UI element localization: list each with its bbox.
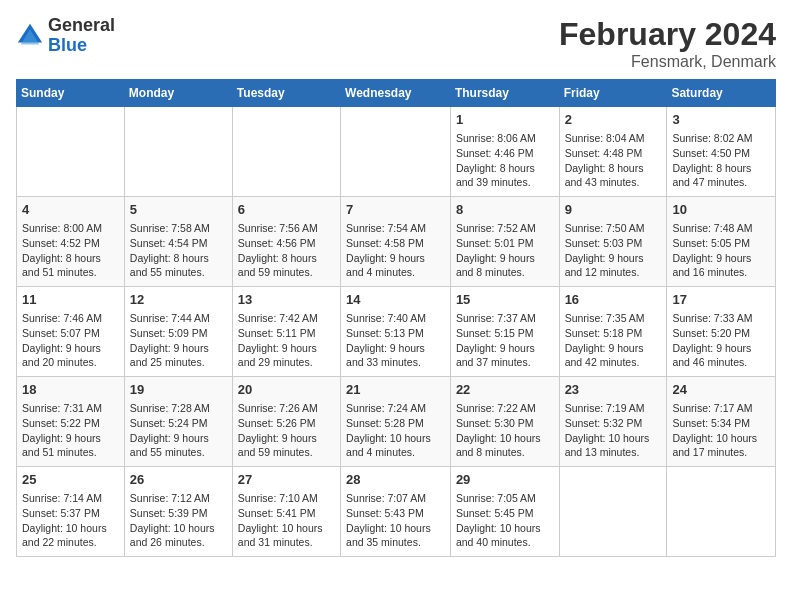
- calendar-cell: 8Sunrise: 7:52 AMSunset: 5:01 PMDaylight…: [450, 197, 559, 287]
- day-number: 26: [130, 471, 227, 489]
- day-info: Daylight: 9 hours: [130, 431, 227, 446]
- day-info: Sunset: 4:50 PM: [672, 146, 770, 161]
- day-info: Daylight: 10 hours: [456, 521, 554, 536]
- day-info: Sunset: 5:26 PM: [238, 416, 335, 431]
- calendar-week-2: 4Sunrise: 8:00 AMSunset: 4:52 PMDaylight…: [17, 197, 776, 287]
- day-number: 21: [346, 381, 445, 399]
- day-info: Daylight: 10 hours: [238, 521, 335, 536]
- day-info: Daylight: 9 hours: [346, 251, 445, 266]
- day-info: Sunset: 5:03 PM: [565, 236, 662, 251]
- day-info: Daylight: 10 hours: [346, 431, 445, 446]
- calendar-cell: 12Sunrise: 7:44 AMSunset: 5:09 PMDayligh…: [124, 287, 232, 377]
- day-info: Sunset: 5:20 PM: [672, 326, 770, 341]
- day-info: and 16 minutes.: [672, 265, 770, 280]
- day-info: Daylight: 9 hours: [22, 431, 119, 446]
- day-info: Sunset: 4:56 PM: [238, 236, 335, 251]
- day-info: and 55 minutes.: [130, 265, 227, 280]
- day-number: 5: [130, 201, 227, 219]
- day-info: Sunset: 5:05 PM: [672, 236, 770, 251]
- day-info: and 55 minutes.: [130, 445, 227, 460]
- day-info: Sunrise: 7:19 AM: [565, 401, 662, 416]
- calendar-cell: 1Sunrise: 8:06 AMSunset: 4:46 PMDaylight…: [450, 107, 559, 197]
- day-info: Daylight: 10 hours: [672, 431, 770, 446]
- day-number: 16: [565, 291, 662, 309]
- day-info: Daylight: 8 hours: [456, 161, 554, 176]
- day-info: Sunset: 5:28 PM: [346, 416, 445, 431]
- day-info: Daylight: 9 hours: [672, 341, 770, 356]
- calendar-table: SundayMondayTuesdayWednesdayThursdayFrid…: [16, 79, 776, 557]
- day-info: Sunrise: 7:37 AM: [456, 311, 554, 326]
- weekday-wednesday: Wednesday: [341, 80, 451, 107]
- day-info: Sunset: 4:48 PM: [565, 146, 662, 161]
- calendar-body: 1Sunrise: 8:06 AMSunset: 4:46 PMDaylight…: [17, 107, 776, 557]
- day-info: Sunset: 5:41 PM: [238, 506, 335, 521]
- day-number: 19: [130, 381, 227, 399]
- day-info: Sunset: 5:37 PM: [22, 506, 119, 521]
- day-info: Daylight: 9 hours: [565, 251, 662, 266]
- day-info: Sunrise: 7:28 AM: [130, 401, 227, 416]
- calendar-cell: 15Sunrise: 7:37 AMSunset: 5:15 PMDayligh…: [450, 287, 559, 377]
- day-info: Sunrise: 7:14 AM: [22, 491, 119, 506]
- calendar-cell: 19Sunrise: 7:28 AMSunset: 5:24 PMDayligh…: [124, 377, 232, 467]
- day-info: Sunset: 5:45 PM: [456, 506, 554, 521]
- day-number: 3: [672, 111, 770, 129]
- day-info: and 8 minutes.: [456, 445, 554, 460]
- day-info: Sunrise: 7:46 AM: [22, 311, 119, 326]
- day-info: and 35 minutes.: [346, 535, 445, 550]
- title-block: February 2024 Fensmark, Denmark: [559, 16, 776, 71]
- day-number: 9: [565, 201, 662, 219]
- logo-icon: [16, 22, 44, 50]
- calendar-cell: 2Sunrise: 8:04 AMSunset: 4:48 PMDaylight…: [559, 107, 667, 197]
- day-info: Daylight: 10 hours: [456, 431, 554, 446]
- day-number: 8: [456, 201, 554, 219]
- calendar-cell: 14Sunrise: 7:40 AMSunset: 5:13 PMDayligh…: [341, 287, 451, 377]
- calendar-cell: [559, 467, 667, 557]
- day-info: and 33 minutes.: [346, 355, 445, 370]
- day-info: and 13 minutes.: [565, 445, 662, 460]
- logo: General Blue: [16, 16, 115, 56]
- calendar-week-1: 1Sunrise: 8:06 AMSunset: 4:46 PMDaylight…: [17, 107, 776, 197]
- day-info: Sunset: 5:39 PM: [130, 506, 227, 521]
- page-header: General Blue February 2024 Fensmark, Den…: [16, 16, 776, 71]
- day-info: and 46 minutes.: [672, 355, 770, 370]
- day-info: Sunset: 4:46 PM: [456, 146, 554, 161]
- logo-general: General: [48, 16, 115, 36]
- calendar-cell: [232, 107, 340, 197]
- day-info: Sunset: 5:18 PM: [565, 326, 662, 341]
- day-info: Sunset: 5:43 PM: [346, 506, 445, 521]
- day-info: Sunset: 5:07 PM: [22, 326, 119, 341]
- day-info: and 25 minutes.: [130, 355, 227, 370]
- calendar-cell: 22Sunrise: 7:22 AMSunset: 5:30 PMDayligh…: [450, 377, 559, 467]
- day-info: Sunrise: 8:06 AM: [456, 131, 554, 146]
- day-info: and 51 minutes.: [22, 445, 119, 460]
- calendar-cell: 20Sunrise: 7:26 AMSunset: 5:26 PMDayligh…: [232, 377, 340, 467]
- day-info: Sunrise: 7:07 AM: [346, 491, 445, 506]
- day-number: 7: [346, 201, 445, 219]
- day-info: and 20 minutes.: [22, 355, 119, 370]
- weekday-monday: Monday: [124, 80, 232, 107]
- calendar-cell: 5Sunrise: 7:58 AMSunset: 4:54 PMDaylight…: [124, 197, 232, 287]
- day-number: 12: [130, 291, 227, 309]
- day-info: Daylight: 9 hours: [346, 341, 445, 356]
- day-number: 28: [346, 471, 445, 489]
- day-number: 10: [672, 201, 770, 219]
- day-info: Sunset: 4:52 PM: [22, 236, 119, 251]
- weekday-header-row: SundayMondayTuesdayWednesdayThursdayFrid…: [17, 80, 776, 107]
- day-info: and 8 minutes.: [456, 265, 554, 280]
- weekday-friday: Friday: [559, 80, 667, 107]
- day-info: Sunset: 5:15 PM: [456, 326, 554, 341]
- day-number: 23: [565, 381, 662, 399]
- day-info: and 43 minutes.: [565, 175, 662, 190]
- day-info: Daylight: 10 hours: [130, 521, 227, 536]
- calendar-cell: [667, 467, 776, 557]
- day-info: Sunset: 5:01 PM: [456, 236, 554, 251]
- day-info: Daylight: 9 hours: [672, 251, 770, 266]
- day-info: Daylight: 8 hours: [238, 251, 335, 266]
- weekday-saturday: Saturday: [667, 80, 776, 107]
- day-info: and 22 minutes.: [22, 535, 119, 550]
- day-number: 18: [22, 381, 119, 399]
- day-info: Sunrise: 7:05 AM: [456, 491, 554, 506]
- day-number: 13: [238, 291, 335, 309]
- calendar-cell: 16Sunrise: 7:35 AMSunset: 5:18 PMDayligh…: [559, 287, 667, 377]
- day-info: Daylight: 9 hours: [456, 341, 554, 356]
